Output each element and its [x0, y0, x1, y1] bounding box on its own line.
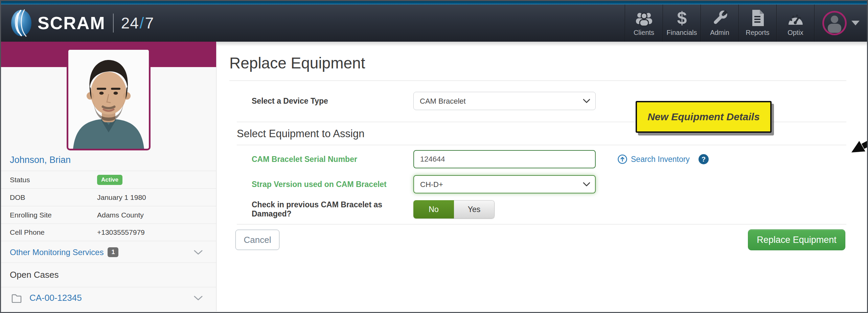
nav-item-reports[interactable]: Reports	[738, 4, 776, 42]
nav-label: Clients	[634, 29, 654, 37]
divider	[237, 224, 846, 225]
client-photo	[67, 48, 151, 150]
clients-icon	[635, 10, 653, 27]
device-type-label: Select a Device Type	[252, 97, 413, 106]
cancel-button[interactable]: Cancel	[235, 230, 279, 250]
gauge-icon	[787, 10, 804, 27]
chevron-down-icon	[194, 295, 203, 301]
info-value: +13035557979	[97, 228, 145, 236]
person-icon	[825, 13, 844, 33]
divider	[229, 80, 846, 81]
info-row-dob: DOB January 1 1980	[1, 188, 216, 206]
client-sidebar: Johnson, Brian Status Active DOB January…	[1, 42, 216, 311]
other-monitoring-services-toggle[interactable]: Other Monitoring Services 1	[1, 241, 216, 263]
brand-247: 24/7	[121, 14, 154, 32]
avatar	[822, 11, 847, 35]
info-value: January 1 1980	[97, 193, 146, 202]
info-label: Enrolling Site	[1, 211, 97, 219]
status-badge: Active	[97, 175, 122, 185]
info-value: Adams County	[97, 211, 144, 219]
count-badge: 1	[108, 247, 118, 257]
main-content: Replace Equipment Select a Device Type C…	[216, 42, 867, 311]
app-window: SCRAM 24/7 Clients	[0, 0, 868, 313]
info-row-status: Status Active	[1, 171, 216, 188]
divider	[237, 145, 846, 145]
strap-version-select[interactable]: CH-D+	[413, 175, 596, 193]
folder-icon	[11, 293, 22, 303]
nav-item-admin[interactable]: Admin	[701, 4, 738, 42]
page-title: Replace Equipment	[229, 54, 867, 72]
nav-item-clients[interactable]: Clients	[625, 4, 663, 42]
serial-number-input[interactable]	[413, 150, 596, 168]
strap-version-row: Strap Version used on CAM Bracelet CH-D+	[216, 175, 867, 193]
top-nav: Clients $ Financials	[625, 4, 867, 42]
client-name-link[interactable]: Johnson, Brian	[10, 155, 71, 165]
caret-down-icon	[851, 21, 860, 25]
case-row[interactable]: CA-00-12345	[1, 287, 216, 309]
scram-logo-icon	[10, 9, 32, 37]
nav-label: Reports	[746, 29, 769, 37]
brand-name: SCRAM	[38, 13, 106, 33]
damaged-toggle: No Yes	[413, 200, 495, 218]
brand-divider	[113, 14, 114, 33]
svg-text:$: $	[677, 9, 687, 27]
circle-arrow-up-icon	[617, 154, 627, 164]
section-title: Select Equipment to Assign	[237, 128, 867, 140]
case-link[interactable]: CA-00-12345	[29, 293, 82, 303]
dollar-icon: $	[675, 10, 689, 27]
open-cases-title: Open Cases	[1, 263, 216, 287]
search-inventory-label: Search Inventory	[631, 155, 690, 164]
info-label: DOB	[1, 193, 97, 202]
strap-version-label: Strap Version used on CAM Bracelet	[252, 180, 413, 189]
annotation-callout: New Equipment Details	[636, 101, 772, 133]
nav-label: Financials	[666, 29, 697, 37]
nav-label: Optix	[787, 29, 803, 37]
damaged-label: Check in previous CAM Bracelet as Damage…	[252, 200, 413, 218]
other-monitoring-services-link[interactable]: Other Monitoring Services	[10, 248, 104, 257]
damaged-row: Check in previous CAM Bracelet as Damage…	[216, 200, 867, 218]
info-label: Cell Phone	[1, 228, 97, 236]
top-accent-strip	[1, 1, 867, 4]
damaged-toggle-no[interactable]: No	[413, 200, 454, 218]
replace-equipment-button[interactable]: Replace Equipment	[748, 229, 845, 250]
account-menu[interactable]	[814, 4, 867, 42]
help-icon[interactable]: ?	[699, 154, 709, 164]
client-info-table: Status Active DOB January 1 1980 Enrolli…	[1, 171, 216, 241]
info-row-cell-phone: Cell Phone +13035557979	[1, 224, 216, 241]
document-icon	[750, 10, 765, 27]
search-inventory-link[interactable]: Search Inventory	[617, 154, 690, 164]
device-type-select[interactable]: CAM Bracelet	[413, 92, 596, 110]
wrench-icon	[711, 10, 729, 27]
damaged-toggle-yes[interactable]: Yes	[454, 200, 495, 218]
nav-item-optix[interactable]: Optix	[776, 4, 814, 42]
serial-number-label: CAM Bracelet Serial Number	[252, 155, 413, 164]
action-buttons: Cancel Replace Equipment	[216, 229, 845, 250]
serial-number-row: CAM Bracelet Serial Number Search Invent…	[216, 150, 867, 168]
nav-item-financials[interactable]: $ Financials	[663, 4, 701, 42]
top-bar: SCRAM 24/7 Clients	[1, 4, 867, 42]
nav-label: Admin	[710, 29, 729, 37]
brand-logo[interactable]: SCRAM 24/7	[10, 9, 154, 37]
info-label: Status	[1, 176, 97, 184]
chevron-down-icon	[194, 250, 203, 255]
info-row-enrolling-site: Enrolling Site Adams County	[1, 206, 216, 224]
